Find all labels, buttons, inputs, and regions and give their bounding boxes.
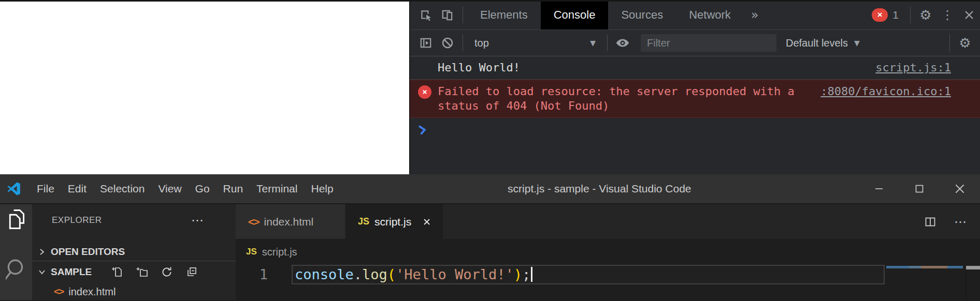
menu-file[interactable]: File [30,183,61,195]
search-icon[interactable] [6,257,26,282]
vscode-logo-icon [6,181,22,197]
minimize-button[interactable] [859,174,899,203]
js-file-icon: JS [358,216,369,227]
tab-close-icon[interactable] [423,218,431,226]
log-message-text: Hello World! [438,61,800,75]
menu-help[interactable]: Help [304,183,340,195]
console-settings-gear-icon[interactable]: ⚙ [954,28,976,58]
error-icon: × [418,85,431,99]
live-expression-eye-icon[interactable] [612,28,633,58]
sidebar-more-actions-icon[interactable]: ⋯ [191,218,204,223]
maximize-button[interactable] [899,174,940,203]
close-button[interactable] [940,174,980,203]
tab-sources[interactable]: Sources [608,0,676,29]
token-paren-close: ) [514,266,522,282]
editor-tabbar: <> index.html JS script.js [236,204,980,239]
console-log-row: Hello World! script.js:1 [410,56,980,80]
sidebar-header: EXPLORER ⋯ [32,210,236,230]
console-prompt[interactable] [410,118,980,136]
token-log: log [362,266,387,282]
error-count: 1 [892,9,899,21]
device-toolbar-icon[interactable] [437,0,458,29]
console-messages: Hello World! script.js:1 × Failed to loa… [410,56,980,136]
folder-actions [111,266,197,278]
error-x-icon: × [877,10,883,20]
sidebar-title: EXPLORER [52,215,102,225]
log-levels-dropdown[interactable]: Default levels ▼ [786,37,860,49]
explorer-sidebar: EXPLORER ⋯ OPEN EDITORS SAMPLE [32,204,236,300]
tab-network[interactable]: Network [676,0,744,29]
menu-terminal[interactable]: Terminal [250,183,304,195]
tab-label: index.html [264,216,314,228]
code-text: console.log('Hello World!'); [268,265,532,284]
menu-view[interactable]: View [151,183,188,195]
text-cursor [531,267,532,282]
browser-viewport [0,0,409,174]
new-folder-icon[interactable] [136,266,148,278]
folder-section[interactable]: SAMPLE [32,261,236,283]
minimap-code-line [886,266,963,268]
minimap[interactable] [885,265,965,300]
log-source-link[interactable]: script.js:1 [875,61,951,75]
scrollbar-thumb[interactable] [966,266,980,269]
refresh-icon[interactable] [161,266,172,278]
clear-console-icon[interactable] [437,28,458,58]
error-message-text: Failed to load resource: the server resp… [438,84,800,113]
open-editors-section[interactable]: OPEN EDITORS [32,243,236,261]
error-source-link[interactable]: :8080/favicon.ico:1 [820,84,951,99]
kebab-menu-icon[interactable]: ⋮ [936,0,958,29]
folder-label: SAMPLE [51,266,92,278]
context-selector[interactable]: top ▼ [467,37,603,49]
token-semicolon: ; [522,266,530,282]
js-file-icon: JS [246,247,257,257]
collapse-folders-icon[interactable] [186,266,197,278]
divider [463,35,463,51]
menu-run[interactable]: Run [217,183,250,195]
tab-index-html[interactable]: <> index.html [236,204,345,239]
vscode-body: EXPLORER ⋯ OPEN EDITORS SAMPLE [0,204,980,300]
token-dot: . [354,266,362,282]
console-error-row: × Failed to load resource: the server re… [410,80,980,118]
html-file-icon: <> [248,216,259,228]
new-file-icon[interactable] [111,266,123,278]
activity-bar [0,204,32,300]
code-editor[interactable]: 1 console.log('Hello World!'); [236,265,980,300]
explorer-icon[interactable] [6,208,26,230]
more-tabs-icon[interactable]: » [744,8,766,22]
menu-go[interactable]: Go [189,183,217,195]
file-item-index-html[interactable]: <> index.html [32,283,236,300]
line-number: 1 [236,265,268,284]
menu-selection[interactable]: Selection [93,183,151,195]
prompt-chevron-icon [417,124,427,136]
divider [463,7,463,23]
error-count-badge[interactable]: × 1 [872,8,899,22]
filter-input[interactable] [641,34,776,52]
vscode-window: File Edit Selection View Go Run Terminal… [0,174,980,301]
breadcrumb[interactable]: JS script.js [236,239,980,265]
split-editor-icon[interactable] [924,216,936,228]
screen: Elements Console Sources Network » × 1 ⚙… [0,0,980,301]
editor-scrollbar[interactable] [965,265,980,300]
context-selector-value: top [474,37,489,49]
token-string: 'Hello World!' [396,266,514,282]
settings-gear-icon[interactable]: ⚙ [915,0,936,29]
inspect-element-icon[interactable] [415,0,437,29]
console-sidebar-icon[interactable] [415,28,437,58]
tab-script-js[interactable]: JS script.js [345,204,443,239]
divider [949,35,950,51]
tab-elements[interactable]: Elements [467,0,541,29]
chevron-down-icon: ▼ [590,39,596,47]
console-toolbar: top ▼ Default levels ▼ ⚙ [410,29,980,56]
chevron-down-icon [38,268,46,276]
window-title: script.js - sample - Visual Studio Code [340,183,859,195]
token-paren-open: ( [387,266,396,282]
devtools-close-icon[interactable] [958,0,980,29]
html-file-icon: <> [54,286,63,297]
code-line-1[interactable]: 1 console.log('Hello World!'); [236,265,885,284]
editor-more-actions-icon[interactable]: ⋯ [954,215,967,229]
chevron-down-icon: ▼ [854,39,860,47]
vscode-titlebar: File Edit Selection View Go Run Terminal… [0,174,980,204]
tab-console[interactable]: Console [541,0,609,29]
open-editors-label: OPEN EDITORS [51,246,125,258]
menu-edit[interactable]: Edit [61,183,93,195]
